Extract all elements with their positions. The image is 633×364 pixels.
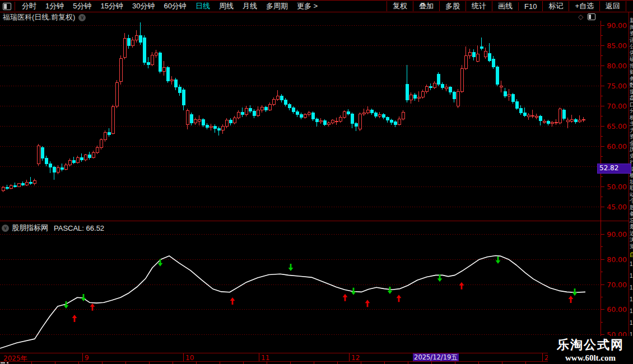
charts-canvas bbox=[0, 0, 633, 364]
strip-digit: 1 bbox=[630, 308, 633, 314]
period-tab[interactable]: 1分钟 bbox=[41, 1, 68, 11]
sell-arrow-icon bbox=[496, 256, 501, 264]
price-axis-label: 75.00 bbox=[603, 82, 627, 90]
toolbar-button[interactable]: 叠加 bbox=[413, 1, 439, 11]
separator-lines bbox=[0, 21, 633, 364]
month-label: 9 bbox=[85, 354, 89, 362]
period-tab[interactable]: 30分钟 bbox=[128, 1, 159, 11]
buy-arrow-icon bbox=[459, 282, 464, 290]
price-axis-label: 60.00 bbox=[603, 142, 627, 151]
period-tab[interactable]: 多周期 bbox=[262, 1, 292, 11]
price-axis-label: 45.00 bbox=[603, 203, 627, 211]
chart-title: 福瑞医科(日线.前复权) bbox=[3, 12, 75, 22]
grid-layer bbox=[0, 26, 601, 335]
signal-arrows-layer bbox=[64, 256, 578, 322]
period-tab[interactable]: 分时 bbox=[17, 1, 41, 11]
period-tabs: 分时1分钟5分钟15分钟30分钟60分钟日线周线月线多周期更多 > bbox=[17, 1, 322, 11]
toolbar-actions: 复权叠加多股统计画线F10标记+自选返回 bbox=[387, 1, 626, 11]
buy-arrow-icon bbox=[72, 315, 77, 322]
strip-digit: 1 bbox=[630, 261, 633, 267]
period-tab[interactable]: 日线 bbox=[191, 1, 215, 11]
layout-icon[interactable] bbox=[3, 3, 11, 10]
strip-digit: 1 bbox=[630, 273, 633, 279]
buy-arrow-icon bbox=[343, 294, 348, 301]
sell-arrow-icon bbox=[288, 264, 294, 271]
toolbar-button[interactable]: 标记 bbox=[542, 1, 569, 11]
strip-glyph: 览 bbox=[630, 242, 633, 250]
toolbar-button[interactable]: 返回 bbox=[599, 1, 626, 11]
toolbar-button[interactable]: 多股 bbox=[439, 1, 466, 11]
buy-arrow-icon bbox=[397, 295, 402, 302]
period-tab[interactable]: 月线 bbox=[238, 1, 262, 11]
price-axis-label: 80.00 bbox=[603, 62, 627, 70]
candles-layer bbox=[2, 22, 585, 192]
chevron-down-icon[interactable]: ∨ bbox=[2, 225, 9, 232]
price-axis-label: 85.00 bbox=[603, 41, 627, 50]
toolbar-button[interactable]: 统计 bbox=[466, 1, 492, 11]
price-axis-label: 90.00 bbox=[603, 21, 627, 30]
period-tab[interactable]: 60分钟 bbox=[159, 1, 190, 11]
indicator-axis-label: 80.00 bbox=[603, 255, 627, 264]
strip-tab-label: 自 bbox=[630, 251, 633, 259]
period-tab[interactable]: 更多 > bbox=[292, 1, 322, 11]
strip-digit: 1 bbox=[630, 284, 633, 291]
period-tab[interactable]: 5分钟 bbox=[68, 1, 96, 11]
toolbar-button[interactable]: +自选 bbox=[569, 1, 599, 11]
toolbar-button[interactable]: 画线 bbox=[492, 1, 518, 11]
period-tab[interactable]: 周线 bbox=[215, 1, 238, 11]
watermark: 乐淘公式网 www.60lt.com bbox=[548, 336, 633, 364]
timeline-year-label: 2025年 bbox=[3, 354, 27, 363]
toolbar-divider bbox=[15, 2, 15, 11]
indicator-axis-label: 90.00 bbox=[603, 230, 627, 239]
price-badge: 52.82 bbox=[597, 164, 631, 174]
chart-corner-icons: ◇ bbox=[578, 13, 595, 21]
watermark-site-name: 乐淘公式网 bbox=[548, 337, 633, 353]
toolbar-button[interactable]: F10 bbox=[518, 2, 542, 11]
month-label: 12 bbox=[351, 354, 360, 362]
buy-arrow-icon bbox=[365, 300, 370, 307]
diamond-icon[interactable]: ◇ bbox=[578, 13, 583, 21]
date-badge: 2025/12/19五 bbox=[413, 353, 459, 361]
buy-arrow-icon bbox=[569, 296, 574, 303]
indicator-header: ∨ 股朋指标网 PASCAL: 66.52 bbox=[2, 223, 104, 233]
chart-title-row: 福瑞医科(日线.前复权) ∨ bbox=[3, 12, 86, 22]
period-tab[interactable]: 15分钟 bbox=[96, 1, 127, 11]
indicator-name[interactable]: 股朋指标网 bbox=[12, 223, 48, 233]
sell-arrow-icon bbox=[388, 287, 393, 294]
indicator-axis-label: 70.00 bbox=[603, 281, 627, 289]
split-window-icon[interactable] bbox=[588, 13, 595, 20]
price-axis-label: 50.00 bbox=[603, 183, 627, 191]
sell-arrow-icon bbox=[158, 259, 163, 267]
month-label: 11 bbox=[261, 354, 269, 362]
indicator-axis-label: 60.00 bbox=[603, 305, 627, 314]
price-axis-label: 65.00 bbox=[603, 122, 627, 130]
chevron-down-icon[interactable]: ∨ bbox=[78, 14, 86, 21]
price-axis-label: 70.00 bbox=[603, 102, 627, 110]
buy-arrow-icon bbox=[230, 297, 235, 305]
strip-digit: 1 bbox=[630, 320, 633, 326]
month-label: 10 bbox=[185, 354, 194, 362]
watermark-url: www.60lt.com bbox=[548, 353, 633, 363]
trading-app-window: 分时1分钟5分钟15分钟30分钟60分钟日线周线月线多周期更多 > 复权叠加多股… bbox=[0, 0, 633, 364]
top-toolbar: 分时1分钟5分钟15分钟30分钟60分钟日线周线月线多周期更多 > 复权叠加多股… bbox=[0, 0, 633, 12]
strip-digit: 1 bbox=[630, 296, 633, 302]
toolbar-button[interactable]: 复权 bbox=[387, 1, 413, 11]
indicator-value: PASCAL: 66.52 bbox=[54, 224, 104, 232]
